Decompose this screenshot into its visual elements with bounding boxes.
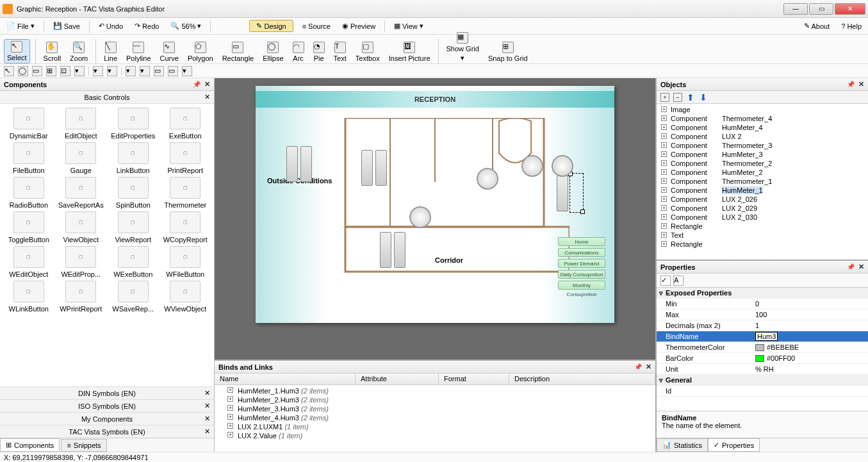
textbox-tool[interactable]: ▢Textbox bbox=[353, 40, 382, 63]
source-tab[interactable]: ≡ Source bbox=[300, 21, 333, 31]
component-item[interactable]: ▢EditProperties bbox=[108, 108, 158, 140]
property-row[interactable]: ThermometerColor#BEBEBE bbox=[657, 342, 868, 353]
component-item[interactable]: ▢WFileButton bbox=[160, 246, 210, 278]
object-row[interactable]: +ComponentHumMeter_1 bbox=[659, 186, 865, 195]
categorize-icon[interactable]: ✓ bbox=[660, 276, 671, 286]
nav-button[interactable]: Power Demand bbox=[558, 259, 605, 268]
close-icon[interactable]: ✕ bbox=[204, 427, 210, 436]
line-tool[interactable]: ╲Line bbox=[101, 40, 120, 63]
object-row[interactable]: +Rectangle bbox=[659, 240, 865, 249]
about-button[interactable]: ✎ About bbox=[801, 21, 833, 31]
mini-tool[interactable]: ⊡ bbox=[60, 66, 70, 76]
gauge-icon[interactable] bbox=[521, 155, 543, 177]
component-item[interactable]: ▢SaveReportAs bbox=[56, 177, 106, 209]
symbol-group[interactable]: ISO Symbols (EN)✕ bbox=[0, 399, 214, 412]
component-item[interactable]: ▢ViewReport bbox=[108, 211, 158, 243]
symbol-group[interactable]: My Components✕ bbox=[0, 412, 214, 425]
properties-grid[interactable]: ▿Exposed PropertiesMin0Max100Decimals (m… bbox=[657, 288, 868, 411]
move-down-icon[interactable]: ⬇ bbox=[699, 93, 708, 102]
tab-statistics[interactable]: 📊 Statistics bbox=[657, 438, 708, 452]
preview-tab[interactable]: ◉ Preview bbox=[340, 21, 378, 31]
component-item[interactable]: ▢WCopyReport bbox=[160, 211, 210, 243]
tab-components[interactable]: ⊞ Components bbox=[0, 438, 60, 452]
minimize-button[interactable]: — bbox=[783, 3, 808, 15]
nav-button[interactable]: Comunications bbox=[558, 248, 605, 257]
hummeter-icon[interactable] bbox=[300, 146, 312, 182]
property-row[interactable]: Min0 bbox=[657, 299, 868, 309]
polyline-tool[interactable]: 〰Polyline bbox=[124, 40, 154, 63]
gauge-icon[interactable] bbox=[477, 168, 498, 190]
object-row[interactable]: +ComponentLUX 2_030 bbox=[659, 213, 865, 222]
object-row[interactable]: +ComponentLUX 2 bbox=[659, 132, 865, 141]
close-button[interactable]: ✕ bbox=[835, 3, 865, 15]
component-item[interactable]: ▢ViewObject bbox=[56, 211, 106, 243]
insert-picture-tool[interactable]: 🖼Insert Picture bbox=[386, 40, 433, 63]
property-row[interactable]: Id bbox=[657, 386, 868, 397]
mini-tool[interactable]: ▾ bbox=[126, 66, 136, 76]
basic-controls-header[interactable]: Basic Controls✕ bbox=[0, 91, 214, 104]
object-row[interactable]: +ComponentThermometer_1 bbox=[659, 177, 865, 186]
bind-node[interactable]: +HumMeter_4.Hum3 (2 items) bbox=[218, 413, 651, 422]
alpha-icon[interactable]: A bbox=[673, 276, 684, 286]
object-row[interactable]: +ComponentLUX 2_029 bbox=[659, 204, 865, 213]
expand-all-icon[interactable]: + bbox=[660, 93, 669, 102]
object-row[interactable]: +Text bbox=[659, 231, 865, 240]
collapse-all-icon[interactable]: − bbox=[673, 93, 682, 102]
close-icon[interactable]: ✕ bbox=[204, 415, 210, 423]
graphic-canvas[interactable]: RECEPTION Outside Conditions Corridor bbox=[256, 86, 614, 323]
component-item[interactable]: ▢WEditObject bbox=[4, 246, 54, 278]
mini-tool[interactable]: ⊞ bbox=[46, 66, 56, 76]
mini-tool[interactable]: ◯ bbox=[18, 66, 28, 76]
thermometer-icon[interactable] bbox=[557, 176, 568, 211]
rectangle-tool[interactable]: ▭Rectangle bbox=[220, 40, 257, 63]
bind-node[interactable]: +LUX 2.Value (1 item) bbox=[218, 431, 651, 440]
component-item[interactable]: ▢EditObject bbox=[56, 108, 106, 140]
mini-tool[interactable]: ▾ bbox=[74, 66, 85, 76]
property-row[interactable]: BindNameHum3 bbox=[657, 331, 868, 342]
object-row[interactable]: +ComponentHumMeter_3 bbox=[659, 150, 865, 159]
object-row[interactable]: +ComponentHumMeter_4 bbox=[659, 123, 865, 132]
component-item[interactable]: ▢ExeButton bbox=[160, 108, 210, 140]
mini-tool[interactable]: ▭ bbox=[154, 66, 164, 76]
component-item[interactable]: ▢Thermometer bbox=[160, 177, 210, 209]
curve-tool[interactable]: ∿Curve bbox=[158, 40, 181, 63]
bind-node[interactable]: +HumMeter_3.Hum3 (2 items) bbox=[218, 404, 651, 413]
component-item[interactable]: ▢WPrintReport bbox=[56, 281, 106, 313]
close-icon[interactable]: ✕ bbox=[204, 389, 210, 397]
nav-button[interactable]: Daily Consupmtion bbox=[558, 270, 605, 279]
arc-tool[interactable]: ◠Arc bbox=[290, 40, 307, 63]
objects-tree[interactable]: +Image+ComponentThermometer_4+ComponentH… bbox=[657, 104, 868, 260]
redo-button[interactable]: ↷ Redo bbox=[132, 21, 161, 31]
close-icon[interactable]: ✕ bbox=[204, 402, 210, 410]
component-item[interactable]: ▢WLinkButton bbox=[4, 281, 54, 313]
component-item[interactable]: ▢Gauge bbox=[56, 142, 106, 174]
component-item[interactable]: ▢WEditProp... bbox=[56, 246, 106, 278]
component-item[interactable]: ▢WExeButton bbox=[108, 246, 158, 278]
object-row[interactable]: +ComponentThermometer_2 bbox=[659, 159, 865, 168]
scroll-tool[interactable]: ✋Scroll bbox=[41, 40, 64, 63]
component-item[interactable]: ▢RadioButton bbox=[4, 177, 54, 209]
tab-snippets[interactable]: ≡ Snippets bbox=[61, 439, 106, 452]
property-row[interactable]: Max100 bbox=[657, 309, 868, 320]
thermometer-icon[interactable] bbox=[286, 146, 298, 182]
component-item[interactable]: ▢PrintReport bbox=[160, 142, 210, 174]
mini-tool[interactable]: ▾ bbox=[182, 66, 192, 76]
object-row[interactable]: +Rectangle bbox=[659, 222, 865, 231]
pin-icon[interactable]: 📌 bbox=[847, 81, 855, 88]
mini-tool[interactable]: ▭ bbox=[168, 66, 178, 76]
pie-tool[interactable]: ◔Pie bbox=[311, 40, 327, 63]
thermometer-icon[interactable] bbox=[380, 232, 391, 268]
component-item[interactable]: ▢LinkButton bbox=[108, 142, 158, 174]
close-icon[interactable]: ✕ bbox=[858, 263, 864, 271]
gauge-icon[interactable] bbox=[409, 206, 431, 228]
object-row[interactable]: +ComponentThermometer_3 bbox=[659, 141, 865, 150]
text-tool[interactable]: TText bbox=[331, 40, 349, 63]
tab-properties[interactable]: ✓ Properties bbox=[708, 438, 760, 452]
nav-button[interactable]: Monthly Consupmtion bbox=[558, 281, 605, 290]
mini-tool[interactable]: ▾ bbox=[107, 66, 117, 76]
hummeter-icon[interactable] bbox=[394, 232, 405, 268]
move-up-icon[interactable]: ⬆ bbox=[686, 93, 695, 102]
property-row[interactable]: Unit% RH bbox=[657, 364, 868, 375]
design-tab[interactable]: ✎ Design bbox=[249, 20, 293, 32]
bind-node[interactable]: +LUX 2.LUXM1 (1 item) bbox=[218, 422, 651, 431]
